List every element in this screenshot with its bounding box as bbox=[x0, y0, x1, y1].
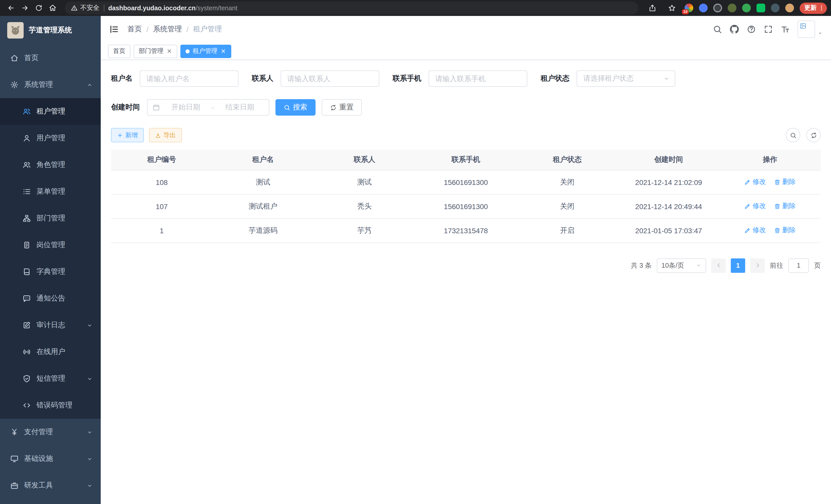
extension-icon[interactable] bbox=[742, 4, 751, 12]
extension-icon[interactable] bbox=[785, 4, 794, 12]
app-logo[interactable]: 芋道管理系统 bbox=[0, 16, 101, 45]
sidebar-item-online-user[interactable]: 在线用户 bbox=[0, 338, 101, 365]
tab-label: 部门管理 bbox=[139, 47, 164, 56]
extension-icon[interactable] bbox=[713, 4, 722, 12]
sidebar-item-home[interactable]: 首页 bbox=[0, 45, 101, 71]
close-icon[interactable] bbox=[221, 48, 226, 54]
toggle-search-button[interactable] bbox=[786, 128, 800, 142]
date-range-picker[interactable]: 开始日期 - 结束日期 bbox=[147, 99, 269, 116]
help-icon[interactable] bbox=[747, 25, 756, 34]
extension-icon[interactable]: 10 bbox=[685, 4, 693, 12]
search-icon bbox=[790, 132, 796, 139]
tab-home[interactable]: 首页 bbox=[108, 45, 131, 58]
browser-update-button[interactable]: 更新 bbox=[800, 2, 827, 13]
security-chip[interactable]: 不安全 bbox=[71, 4, 99, 12]
edit-button[interactable]: 修改 bbox=[744, 178, 766, 187]
delete-button[interactable]: 删除 bbox=[774, 202, 796, 211]
share-icon[interactable] bbox=[646, 1, 659, 15]
table-header-row: 租户编号 租户名 联系人 联系手机 租户状态 创建时间 操作 bbox=[111, 149, 821, 170]
browser-home-button[interactable] bbox=[46, 1, 60, 15]
edit-button[interactable]: 修改 bbox=[744, 226, 766, 235]
status-select[interactable]: 请选择租户状态 bbox=[577, 70, 675, 87]
sidebar-item-audit-log[interactable]: 审计日志 bbox=[0, 312, 101, 338]
col-mobile: 联系手机 bbox=[415, 149, 517, 170]
refresh-icon bbox=[330, 104, 337, 111]
status-badge: 关闭 bbox=[516, 170, 618, 194]
page-size-select[interactable]: 10条/页 bbox=[657, 258, 706, 272]
search-icon[interactable] bbox=[713, 25, 722, 34]
sidebar-item-notice[interactable]: 通知公告 bbox=[0, 285, 101, 312]
refresh-icon bbox=[810, 132, 817, 139]
sidebar-item-tenant[interactable]: 租户管理 bbox=[0, 98, 101, 125]
breadcrumb-separator: / bbox=[146, 25, 148, 33]
search-button[interactable]: 搜索 bbox=[276, 99, 316, 116]
goto-page-input[interactable] bbox=[789, 258, 809, 272]
sidebar-item-menu[interactable]: 菜单管理 bbox=[0, 178, 101, 205]
sidebar-item-post[interactable]: 岗位管理 bbox=[0, 232, 101, 259]
extension-icon[interactable] bbox=[728, 4, 737, 12]
date-end-placeholder: 结束日期 bbox=[216, 103, 264, 112]
back-button[interactable] bbox=[4, 1, 18, 15]
close-icon[interactable] bbox=[167, 48, 172, 54]
address-bar[interactable]: 不安全 dashboard.yudao.iocoder.cn/system/te… bbox=[65, 2, 638, 14]
sidebar-item-dict[interactable]: 字典管理 bbox=[0, 259, 101, 285]
sidebar-item-dept[interactable]: 部门管理 bbox=[0, 205, 101, 232]
table-row: 108 测试 测试 15601691300 关闭 2021-12-14 21:0… bbox=[111, 170, 821, 194]
tenant-name-input[interactable] bbox=[140, 70, 238, 87]
sidebar-item-sms[interactable]: 短信管理 bbox=[0, 365, 101, 392]
breadcrumb-system: 系统管理 bbox=[153, 25, 182, 34]
page-url: dashboard.yudao.iocoder.cn/system/tenant bbox=[108, 4, 237, 11]
menu-label: 菜单管理 bbox=[36, 187, 65, 196]
breadcrumb-home[interactable]: 首页 bbox=[127, 25, 142, 34]
tenant-icon bbox=[23, 108, 31, 116]
broken-image-icon bbox=[800, 23, 806, 29]
sidebar-toggle-icon[interactable] bbox=[109, 24, 119, 34]
refresh-table-button[interactable] bbox=[806, 128, 821, 142]
edit-button[interactable]: 修改 bbox=[744, 202, 766, 211]
next-page-button[interactable] bbox=[750, 258, 765, 272]
page-number-1[interactable]: 1 bbox=[731, 258, 745, 272]
user-icon bbox=[23, 134, 31, 142]
sidebar-item-devtools[interactable]: 研发工具 bbox=[0, 472, 101, 499]
delete-button[interactable]: 删除 bbox=[774, 226, 796, 235]
delete-button[interactable]: 删除 bbox=[774, 178, 796, 187]
tab-tenant[interactable]: 租户管理 bbox=[180, 45, 231, 58]
tenant-table: 租户编号 租户名 联系人 联系手机 租户状态 创建时间 操作 108 测试 bbox=[111, 149, 821, 243]
menu-label: 字典管理 bbox=[36, 267, 65, 276]
menu-label: 用户管理 bbox=[36, 134, 65, 143]
sidebar-item-error-code[interactable]: 错误码管理 bbox=[0, 392, 101, 419]
reload-button[interactable] bbox=[32, 1, 46, 15]
forward-button[interactable] bbox=[18, 1, 32, 15]
contact-input[interactable] bbox=[281, 70, 379, 87]
org-tree-icon bbox=[23, 214, 31, 223]
col-status: 租户状态 bbox=[516, 149, 618, 170]
add-button[interactable]: 新增 bbox=[111, 128, 144, 142]
reset-button[interactable]: 重置 bbox=[322, 99, 362, 116]
sidebar-item-role[interactable]: 角色管理 bbox=[0, 152, 101, 178]
extension-icon[interactable] bbox=[699, 4, 708, 12]
extension-icon[interactable] bbox=[771, 4, 780, 12]
contact-label: 联系人 bbox=[252, 74, 274, 83]
export-button[interactable]: 导出 bbox=[149, 128, 182, 142]
github-icon[interactable] bbox=[730, 25, 739, 34]
menu-label: 研发工具 bbox=[24, 481, 53, 490]
sms-shield-icon bbox=[23, 375, 31, 383]
menu-label: 首页 bbox=[24, 53, 38, 63]
font-size-icon[interactable] bbox=[781, 25, 790, 34]
notice-icon bbox=[23, 294, 31, 303]
chevron-right-icon bbox=[754, 262, 761, 269]
bookmark-star-icon[interactable] bbox=[665, 1, 679, 15]
menu-label: 岗位管理 bbox=[36, 240, 65, 250]
mobile-input[interactable] bbox=[429, 70, 527, 87]
sidebar-item-payment[interactable]: 支付管理 bbox=[0, 419, 101, 445]
fullscreen-icon[interactable] bbox=[764, 25, 773, 34]
extension-icon[interactable] bbox=[756, 4, 765, 12]
sidebar-item-user[interactable]: 用户管理 bbox=[0, 125, 101, 152]
security-label: 不安全 bbox=[80, 4, 99, 12]
prev-page-button[interactable] bbox=[711, 258, 726, 272]
sidebar-item-system[interactable]: 系统管理 bbox=[0, 71, 101, 98]
tab-dept[interactable]: 部门管理 bbox=[134, 45, 177, 58]
payment-yen-icon bbox=[10, 428, 19, 436]
user-menu[interactable] bbox=[798, 21, 823, 38]
sidebar-item-infra[interactable]: 基础设施 bbox=[0, 445, 101, 472]
